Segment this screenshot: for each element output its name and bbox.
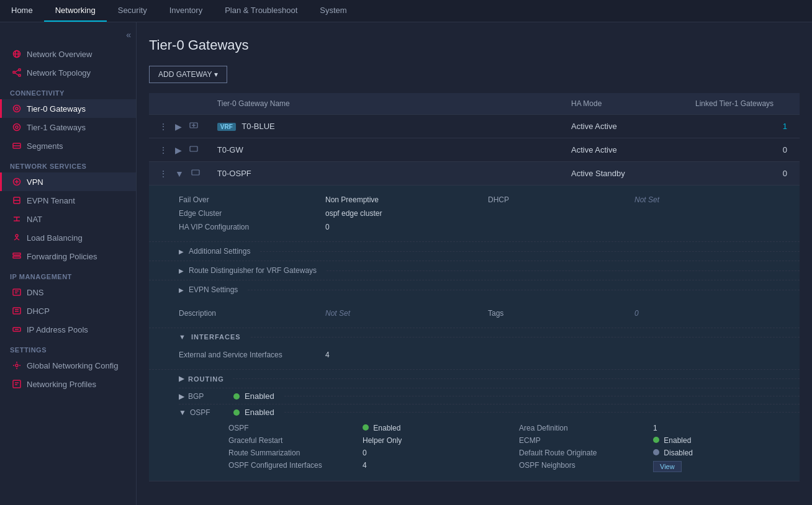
row-ha-cell: Active Standby [564, 162, 688, 185]
chevron-right-icon3: ▶ [179, 287, 184, 293]
detail-basic: Fail Over Non Preemptive DHCP Not Set Ed… [149, 185, 800, 241]
row-actions: ⋮ ▶ [156, 120, 202, 133]
routing-header[interactable]: ▶ ROUTING [179, 375, 800, 383]
graceful-restart-label: Graceful Restart [228, 436, 353, 445]
add-gateway-button[interactable]: ADD GATEWAY ▾ [149, 66, 227, 83]
ospf-neighbors-label: OSPF Neighbors [519, 461, 643, 472]
svg-line-20 [17, 238, 19, 240]
row-name-cell: T0-GW [210, 138, 564, 162]
row-menu-btn[interactable]: ⋮ [156, 120, 170, 133]
ospf-detail-dot [363, 424, 369, 431]
vpn-icon [12, 177, 22, 187]
bgp-expand-btn[interactable]: ▶ [179, 392, 184, 401]
ecmp-label: ECMP [519, 436, 643, 445]
sidebar-item-tier1-gateways[interactable]: Tier-1 Gateways [0, 118, 136, 136]
sidebar-item-vpn[interactable]: VPN [0, 172, 136, 191]
chevron-down-icon4[interactable]: ▼ [179, 333, 186, 341]
row-menu-btn[interactable]: ⋮ [156, 168, 170, 180]
pool-icon [12, 324, 22, 334]
linked-tier1-link[interactable]: 1 [783, 122, 787, 131]
interfaces-label: INTERFACES [191, 333, 241, 341]
sidebar-item-load-balancing[interactable]: Load Balancing [0, 228, 136, 247]
nav-home[interactable]: Home [0, 0, 44, 22]
additional-settings-toggle[interactable]: ▶ Additional Settings [149, 241, 800, 261]
sidebar-item-global-networking[interactable]: Global Networking Config [0, 356, 136, 375]
ospf-detail-status-text: Enabled [373, 424, 400, 432]
settings-icon [12, 360, 22, 370]
tier1-icon [12, 122, 22, 132]
sidebar-item-nat[interactable]: NAT [0, 210, 136, 228]
empty-label2 [488, 223, 625, 231]
row-expand-btn[interactable]: ▶ [173, 120, 184, 133]
svg-rect-39 [192, 170, 199, 175]
table-row: ⋮ ▶ T0-GW Active Active 0 [149, 138, 800, 162]
route-sum-label: Route Summarization [228, 449, 353, 457]
expanded-detail-row: Fail Over Non Preemptive DHCP Not Set Ed… [149, 185, 800, 481]
sidebar-item-tier0-gateways[interactable]: Tier-0 Gateways [0, 99, 136, 118]
ospf-ifaces-label: OSPF Configured Interfaces [228, 461, 353, 472]
ext-svc-value[interactable]: 4 [325, 351, 484, 359]
row-expand-btn[interactable]: ▶ [173, 144, 184, 156]
sidebar-label: DNS [27, 288, 43, 297]
row-linked-cell: 0 [688, 138, 800, 162]
row-icon-btn[interactable] [187, 120, 201, 133]
sidebar-item-networking-profiles[interactable]: Networking Profiles [0, 375, 136, 393]
svg-point-11 [16, 126, 18, 128]
nav-inventory[interactable]: Inventory [158, 0, 214, 22]
sidebar: « Network Overview [0, 22, 137, 505]
svg-point-17 [16, 235, 18, 237]
sidebar-label: DHCP [27, 306, 50, 316]
row-actions-cell: ⋮ ▶ [149, 115, 210, 138]
row-ha-cell: Active Active [564, 115, 688, 138]
dns-icon [12, 287, 22, 297]
collapse-btn[interactable]: « [126, 30, 131, 40]
ip-mgmt-label: IP Management [0, 266, 136, 283]
ospf-neighbors-view-btn[interactable]: View [653, 461, 682, 472]
sidebar-item-dns[interactable]: DNS [0, 283, 136, 302]
ospf-detail-status: Enabled [363, 424, 509, 432]
sidebar-item-network-overview[interactable]: Network Overview [0, 45, 136, 63]
default-route-text: Disabled [664, 449, 693, 457]
row-ha-cell: Active Active [564, 138, 688, 162]
sidebar-label: IP Address Pools [27, 325, 88, 334]
page-title: Tier-0 Gateways [149, 37, 800, 53]
nav-security[interactable]: Security [107, 0, 158, 22]
ospf-divider [284, 412, 800, 413]
nav-system[interactable]: System [309, 0, 358, 22]
row-icon-btn[interactable] [187, 143, 201, 156]
tags-value: 0 [634, 309, 787, 318]
area-def-value[interactable]: 1 [653, 424, 800, 432]
evpn-icon [12, 195, 22, 205]
row-icon-btn[interactable] [189, 167, 202, 180]
svg-rect-21 [13, 253, 20, 255]
ospf-status-dot [233, 409, 240, 416]
route-distinguisher-toggle[interactable]: ▶ Route Distinguisher for VRF Gateways [149, 261, 800, 280]
tags-label: Tags [488, 309, 625, 318]
ospf-detail-label: OSPF [228, 424, 353, 432]
topology-icon [12, 68, 22, 78]
sidebar-label: EVPN Tenant [27, 196, 75, 205]
sidebar-item-evpn-tenant[interactable]: EVPN Tenant [0, 191, 136, 210]
main-content: Tier-0 Gateways ADD GATEWAY ▾ Tier-0 Gat… [137, 22, 812, 505]
globe-icon [12, 49, 22, 59]
sidebar-item-dhcp[interactable]: DHCP [0, 302, 136, 320]
evpn-settings-toggle[interactable]: ▶ EVPN Settings [149, 280, 800, 299]
settings-label: Settings [0, 339, 136, 356]
row-menu-btn[interactable]: ⋮ [156, 144, 170, 156]
ospf-ifaces-value[interactable]: 4 [363, 461, 509, 472]
sidebar-item-network-topology[interactable]: Network Topology [0, 63, 136, 82]
ha-vip-label: HA VIP Configuration [179, 223, 315, 231]
row-collapse-btn[interactable]: ▼ [173, 168, 186, 180]
sidebar-item-forwarding-policies[interactable]: Forwarding Policies [0, 247, 136, 266]
svg-line-6 [15, 70, 19, 73]
ext-svc-label: External and Service Interfaces [179, 351, 315, 359]
routing-label: ROUTING [188, 375, 224, 383]
table-header: Tier-0 Gateway Name HA Mode Linked Tier-… [149, 93, 800, 115]
nav-networking[interactable]: Networking [44, 0, 107, 22]
nav-plan-troubleshoot[interactable]: Plan & Troubleshoot [214, 0, 309, 22]
sidebar-item-ip-address-pools[interactable]: IP Address Pools [0, 320, 136, 339]
sidebar-group-ip-management: IP Management DNS [0, 266, 136, 339]
row-actions-cell: ⋮ ▼ [149, 162, 210, 185]
ospf-expand-btn[interactable]: ▼ [179, 408, 186, 417]
sidebar-item-segments[interactable]: Segments [0, 136, 136, 155]
